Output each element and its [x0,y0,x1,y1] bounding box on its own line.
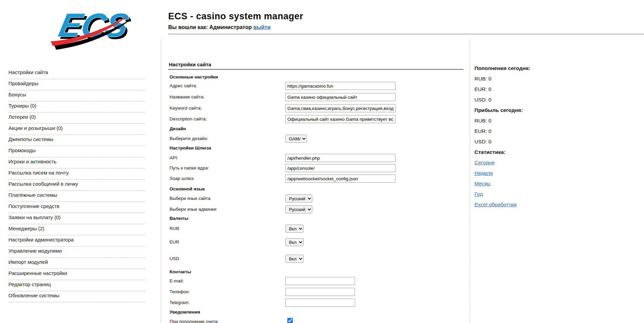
deposits-rub-value: 0 [488,76,491,82]
sidebar-item-bonuses[interactable]: Бонусы [8,90,145,101]
sidebar-item-page-editor[interactable]: Редактор страниц [8,280,145,291]
telegram-input[interactable] [285,299,355,307]
deposits-eur: EUR: 0 [474,84,576,94]
stats-panel: Пополнения сегодня: RUB: 0 EUR: 0 USD: 0… [474,63,576,210]
profit-usd: USD: 0 [474,136,576,147]
api-input[interactable] [285,154,396,162]
sidebar-item-advanced-settings[interactable]: Расширенные настройки [8,269,145,280]
sidebar-item-site-settings[interactable]: Настройки сайта [8,68,145,79]
design-select[interactable]: GAMA [285,135,307,143]
stats-link-today[interactable]: Сегодня [474,160,494,165]
email-input[interactable] [285,277,355,285]
admin-language-select[interactable]: Русский [285,205,312,213]
sidebar-item-players[interactable]: Игроки и активность [8,157,145,168]
site-description-input[interactable] [285,115,396,123]
stats-link-year[interactable]: Год [474,191,483,197]
admin-language-label: Выбери язык админки [170,207,217,212]
phone-label: Телефон: [170,289,190,294]
sidebar-item-providers[interactable]: Провайдеры [8,79,145,90]
sidebar-item-admin-settings[interactable]: Настройки администратора [8,235,145,247]
profit-eur: EUR: 0 [474,126,576,136]
sidebar-item-module-management[interactable]: Управление модулями [8,247,145,258]
email-label: E-mail: [170,278,184,283]
deposits-usd-value: 0 [488,97,491,102]
profit-usd-value: 0 [488,139,491,144]
deposits-today-heading: Пополнения сегодня: [474,63,576,73]
profit-eur-value: 0 [488,128,491,134]
soap-gateway-input[interactable] [285,175,396,183]
site-description-label: Description сайта: [170,116,207,121]
sidebar-item-email-mailing[interactable]: Рассылка писем на почту [8,168,145,180]
deposits-eur-label: EUR: [474,86,487,92]
api-label: API: [170,155,178,160]
eur-select[interactable]: Вкл [285,238,304,246]
sidebar-item-tournaments[interactable]: Турниры (0) [8,101,145,113]
profit-rub-value: 0 [488,118,491,123]
sidebar-item-lotteries[interactable]: Лотереи (0) [8,113,145,124]
section-heading-gateway: Настройки Шлюза [170,145,211,151]
eur-label: EUR [170,239,179,245]
ecs-logo: ECS ECS [47,3,133,50]
site-keyword-label: Keyword сайта: [170,106,202,111]
site-language-label: Выбери язык сайта [170,196,210,201]
deposits-rub-label: RUB: [474,76,487,82]
rub-label: RUB [170,226,179,231]
site-language-select[interactable]: Русский [285,194,312,203]
section-heading-design: Дизайн [170,126,186,131]
deposits-usd: USD: 0 [474,94,576,105]
stats-link-excel[interactable]: Excel обработчик [474,202,517,207]
sidebar-item-jackpots[interactable]: Джекпоты системы [8,135,145,146]
sidebar-item-system-update[interactable]: Обновление системы [8,291,145,302]
stats-link-month[interactable]: Месяц [474,181,490,186]
sidebar-item-payout-requests[interactable]: Заявки на выплату (0) [8,213,145,224]
site-address-label: Адрес сайта: [170,83,197,88]
section-heading-language: Основной язык [170,186,205,191]
profit-today-heading: Прибыль сегодня: [474,105,576,115]
sidebar-item-incoming-funds[interactable]: Поступление средств [8,202,145,213]
sidebar-item-promocodes[interactable]: Промокоды [8,146,145,157]
section-heading-currencies: Валюты [170,216,188,221]
profit-usd-label: USD: [474,139,487,144]
statistics-heading: Статистика: [474,147,576,157]
sidebar-item-promotions[interactable]: Акции и розыгрыши (0) [8,124,145,135]
panel-title-divider [168,69,463,70]
soap-gateway-label: Soap шлюз: [170,176,195,181]
sidebar-item-module-import[interactable]: Импорт модулей [8,258,145,269]
rub-select[interactable]: Вкл [285,225,304,233]
site-name-label: Название сайта: [170,94,204,99]
sidebar-item-pm-mailing[interactable]: Рассылка сообщений в личку [8,180,145,191]
deposits-eur-value: 0 [488,86,491,92]
phone-input[interactable] [285,288,355,296]
usd-select[interactable]: Вкл [285,255,304,263]
panel-title: Настройки сайта [169,62,211,67]
site-keyword-input[interactable] [285,104,396,112]
deposit-notify-checkbox[interactable] [287,318,293,323]
ecs-logo-image: ECS ECS [47,3,133,50]
section-heading-basic: Основные настройки [170,74,218,79]
deposits-usd-label: USD: [474,97,487,102]
usd-label: USD [170,256,179,261]
sidebar-main-divider [161,40,161,323]
sidebar-item-payment-systems[interactable]: Платёжные системы [8,191,145,202]
sidebar-item-managers[interactable]: Менеджеры (2) [8,224,145,235]
telegram-label: Telegram: [170,300,190,305]
deposits-rub: RUB: 0 [474,73,576,84]
stats-link-week[interactable]: Неделя [474,170,493,176]
site-address-input[interactable] [285,82,396,90]
site-settings-panel: Настройки сайта Основные настройки Адрес… [168,0,465,323]
deposit-notify-label: При пополнение счета: [170,319,219,323]
section-heading-contacts: Контакты [170,269,191,274]
sidebar-list: Настройки сайта Провайдеры Бонусы Турнир… [8,68,145,302]
core-path-input[interactable] [285,164,396,172]
site-name-input[interactable] [285,93,396,101]
core-path-label: Путь к папке ядра: [170,165,209,170]
profit-rub-label: RUB: [474,118,487,123]
sidebar-menu: Настройки сайта Провайдеры Бонусы Турнир… [8,68,145,302]
design-label: Выберите дизайн: [170,136,208,141]
main-stats-divider [470,40,470,323]
section-heading-notifications: Уведомления [170,309,200,315]
profit-eur-label: EUR: [474,128,487,134]
profit-rub: RUB: 0 [474,115,576,126]
